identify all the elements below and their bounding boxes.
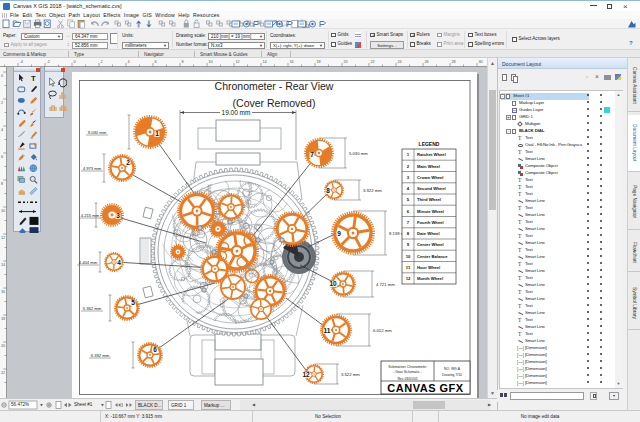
svg-text:NO. 989-A: NO. 989-A: [444, 367, 461, 371]
svg-text:Minute Wheel: Minute Wheel: [417, 209, 444, 214]
svg-text:Rev 03/01/05: Rev 03/01/05: [397, 377, 417, 381]
svg-text:3: 3: [116, 212, 120, 219]
svg-text:6.392 mm: 6.392 mm: [91, 353, 110, 358]
svg-text:19.00 mm: 19.00 mm: [222, 109, 251, 116]
svg-text:5: 5: [131, 299, 135, 306]
svg-text:7: 7: [310, 151, 314, 158]
svg-text:18: 18: [317, 60, 321, 64]
svg-text:9.030 mm: 9.030 mm: [88, 130, 107, 135]
svg-text:LEGEND: LEGEND: [419, 141, 440, 147]
svg-text:Chronometer - Rear View: Chronometer - Rear View: [215, 80, 334, 92]
svg-text:3.922 mm: 3.922 mm: [363, 188, 382, 193]
svg-text:6.012 mm: 6.012 mm: [373, 328, 392, 333]
svg-text:14: 14: [263, 60, 267, 64]
svg-text:6: 6: [155, 60, 157, 64]
svg-text:Main Wheel: Main Wheel: [417, 164, 440, 169]
svg-text:10: 10: [329, 280, 337, 287]
svg-text:30: 30: [479, 60, 483, 64]
svg-text:12: 12: [1, 236, 5, 240]
svg-text:11: 11: [324, 327, 331, 334]
svg-text:Drawing 7/10: Drawing 7/10: [442, 373, 462, 377]
svg-text:4: 4: [117, 259, 121, 266]
svg-text:Submariner Chronometer: Submariner Chronometer: [388, 365, 427, 369]
svg-text:8: 8: [326, 187, 330, 194]
svg-text:26: 26: [425, 60, 429, 64]
svg-text:24: 24: [398, 60, 402, 64]
svg-text:6: 6: [1, 155, 3, 159]
svg-text:4.721 mm: 4.721 mm: [376, 282, 395, 287]
svg-text:1: 1: [155, 130, 159, 137]
svg-text:Second Wheel: Second Wheel: [417, 186, 446, 191]
svg-text:Third Wheel: Third Wheel: [417, 197, 441, 202]
svg-text:3.522 mm: 3.522 mm: [341, 372, 360, 377]
svg-text:18: 18: [1, 317, 5, 321]
svg-text:-4: -4: [20, 60, 23, 64]
svg-text:0: 0: [74, 60, 76, 64]
svg-text:Fourth Wheel: Fourth Wheel: [417, 220, 444, 225]
svg-text:22: 22: [371, 60, 375, 64]
svg-text:Hour Wheel: Hour Wheel: [417, 265, 440, 270]
svg-text:2: 2: [101, 60, 103, 64]
svg-text:12: 12: [406, 276, 411, 281]
svg-text:8: 8: [182, 60, 184, 64]
svg-text:12: 12: [302, 371, 310, 378]
svg-text:- Gear Schematic -: - Gear Schematic -: [393, 370, 421, 374]
svg-text:28: 28: [452, 60, 456, 64]
svg-text:10: 10: [406, 254, 411, 259]
svg-text:14: 14: [1, 263, 5, 267]
svg-text:9: 9: [337, 230, 341, 237]
svg-text:2: 2: [1, 101, 3, 105]
svg-text:10: 10: [1, 209, 5, 213]
svg-text:5.030 mm: 5.030 mm: [349, 151, 368, 156]
svg-text:4.973 mm: 4.973 mm: [83, 166, 102, 171]
svg-text:4.215 mm: 4.215 mm: [81, 213, 100, 218]
svg-text:11: 11: [406, 265, 411, 270]
svg-text:16: 16: [1, 290, 5, 294]
svg-text:22: 22: [1, 371, 5, 375]
svg-text:-2: -2: [47, 60, 50, 64]
svg-text:20: 20: [344, 60, 348, 64]
svg-text:4: 4: [1, 128, 3, 132]
svg-text:Center Wheel: Center Wheel: [417, 242, 444, 247]
svg-text:(Cover Removed): (Cover Removed): [233, 97, 316, 109]
svg-text:Ratchet Wheel: Ratchet Wheel: [417, 152, 446, 157]
svg-text:Center Balance: Center Balance: [417, 254, 448, 259]
svg-text:4.404 mm: 4.404 mm: [79, 260, 98, 265]
svg-text:0: 0: [1, 74, 3, 78]
svg-text:16: 16: [290, 60, 294, 64]
svg-text:CANVAS GFX: CANVAS GFX: [387, 382, 463, 394]
svg-text:10: 10: [209, 60, 213, 64]
svg-text:2: 2: [126, 159, 130, 166]
svg-text:4: 4: [128, 60, 130, 64]
svg-text:Month Wheel: Month Wheel: [417, 276, 443, 281]
svg-text:6: 6: [153, 346, 157, 353]
svg-text:5.362 mm: 5.362 mm: [83, 306, 102, 311]
svg-text:8: 8: [1, 182, 3, 186]
svg-text:12: 12: [236, 60, 240, 64]
svg-text:20: 20: [1, 344, 5, 348]
svg-text:T: T: [31, 74, 36, 83]
svg-text:Date Wheel: Date Wheel: [417, 231, 440, 236]
svg-text:Crown Wheel: Crown Wheel: [417, 175, 444, 180]
